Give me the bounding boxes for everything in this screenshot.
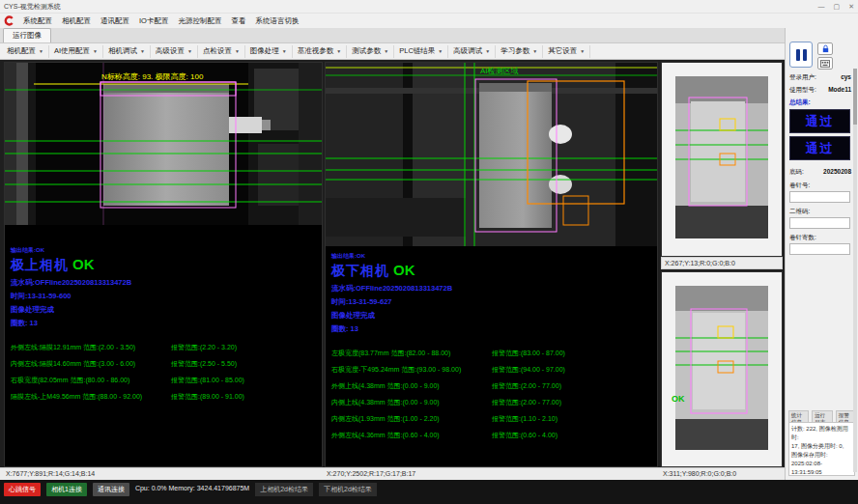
camera-name: 极上相机 [11, 257, 69, 272]
comm-link-badge: 通讯连接 [93, 483, 129, 496]
time-line: 时间:13-31-59-600 [11, 292, 318, 301]
tab-bar: 运行图像 [0, 28, 785, 43]
lock-icon [821, 44, 830, 53]
app-logo-icon [4, 15, 14, 26]
menu-item-system-config[interactable]: 系统配置 [18, 15, 57, 27]
chevron-down-icon: ▼ [580, 48, 585, 54]
count-line: 圈数: 13 [331, 324, 653, 334]
output-result-line: 输出结果:OK [11, 246, 318, 255]
titlebar: CYS-视觉检测系统 — ▢ ✕ [0, 0, 858, 14]
measurement-row: 右极宽度(82.05mm 范围:(80.00 - 86.00)报警范围:(81.… [11, 376, 318, 385]
menu-item-io-config[interactable]: IO卡配置 [134, 15, 173, 27]
toolbar-item-baseline-params[interactable]: 基准视参数▼ [293, 45, 347, 58]
pause-icon [796, 49, 807, 61]
height-overlay-text: N标称高度: 93. 极限高度: 100 [101, 72, 204, 81]
toolbar: 相机配置▼ AI使用配置▼ 相机调试▼ 高级设置▼ 点检设置▼ 图像处理▼ 基准… [0, 43, 785, 60]
toolbar-item-advanced-debug[interactable]: 高级调试▼ [448, 45, 496, 58]
menu-item-camera-config[interactable]: 相机配置 [57, 15, 96, 27]
minimize-button[interactable]: — [818, 3, 825, 11]
model-value: Mode11 [828, 86, 851, 95]
serial-line: 流水码:OFFline2025020813313472B [11, 278, 318, 288]
menu-item-language-switch[interactable]: 系统语言切换 [250, 15, 303, 27]
toolbar-item-advanced-settings[interactable]: 高级设置▼ [151, 45, 198, 58]
control-panel: 登录用户: cys 使用型号: Mode11 总结果: 通过 通过 底码: 20… [785, 28, 858, 480]
camera-link-badge: 相机1连接 [46, 483, 87, 496]
ok-status: OK [72, 256, 95, 272]
ok-status: OK [393, 262, 415, 278]
needle-number-label: 卷针号: [789, 182, 810, 190]
menu-item-comm-config[interactable]: 通讯配置 [96, 15, 134, 27]
measurement-row: 内侧左线:隔膜14.60mm 范围:(3.00 - 6.00)报警范围:(2.5… [11, 359, 318, 369]
login-user-label: 登录用户: [789, 73, 816, 82]
chevron-down-icon: ▼ [140, 48, 145, 54]
pause-button[interactable] [789, 42, 813, 68]
upper-camera-result-text: 上相机2d检结果 [255, 483, 313, 496]
serial-line: 流水码:OFFline2025020813313472B [331, 284, 653, 294]
cpu-memory-text: Cpu: 0.0% Memory: 3424.41796875M [135, 483, 249, 491]
lock-button[interactable] [817, 42, 833, 55]
toolbar-item-plc-link[interactable]: PLC链结果▼ [394, 45, 448, 58]
keyboard-button[interactable] [817, 57, 833, 70]
aux-bottom-coords: X:311;Y:980;R:0;G:0;B:0 [663, 470, 736, 477]
toolbar-item-learning-params[interactable]: 学习参数▼ [496, 45, 543, 58]
chevron-down-icon: ▼ [438, 48, 443, 54]
left-camera-coords: X:7677;Y:891;R:14;G:14;B:14 [6, 470, 95, 477]
chevron-down-icon: ▼ [93, 48, 98, 54]
chevron-down-icon: ▼ [187, 48, 192, 54]
middle-camera-image[interactable]: AI检测区域 [326, 63, 657, 246]
lower-camera-result-text: 下相机2d检结果 [319, 483, 377, 496]
measurement-row: 外侧左线:隔膜12.91mm 范围:(2.00 - 3.50)报警范围:(2.2… [11, 343, 318, 352]
camera-name: 极下相机 [331, 263, 389, 278]
measurement-row: 左极宽度(83.77mm 范围:(82.00 - 88.00)报警范围:(83.… [331, 349, 653, 358]
left-camera-image[interactable]: N标称高度: 93. 极限高度: 100 [5, 63, 322, 225]
aux-camera-top-image[interactable] [662, 63, 782, 256]
model-label: 使用型号: [789, 86, 816, 95]
aux-top-coords: X:267;Y:13;R:0;G:0;B:0 [661, 257, 783, 269]
middle-result-block: 输出结果:OK 极下相机OK 流水码:OFFline20250208133134… [331, 252, 653, 440]
chevron-down-icon: ▼ [282, 48, 287, 54]
left-result-block: 输出结果:OK 极上相机OK 流水码:OFFline20250208133134… [11, 246, 318, 402]
needle-count-label: 卷针寄数: [789, 234, 816, 242]
close-button[interactable]: ✕ [848, 3, 854, 11]
control-panel-scrollbar[interactable] [853, 69, 857, 472]
menu-item-light-config[interactable]: 光源控制配置 [173, 15, 226, 27]
count-line: 圈数: 13 [11, 319, 318, 328]
aux-camera-bottom-panel: OK [661, 271, 783, 467]
measurement-row: 外侧上线(4.38mm 范围:(0.00 - 9.00)报警范围:(2.00 -… [331, 381, 653, 391]
measurement-row: 内侧左线(1.93mm 范围:(1.00 - 2.20)报警范围:(1.10 -… [331, 414, 653, 424]
aux-camera-bottom-image[interactable]: OK [662, 272, 782, 466]
chevron-down-icon: ▼ [384, 48, 388, 54]
ai-region-label: AI检测区域 [480, 67, 519, 75]
qr-code-input[interactable] [789, 217, 850, 229]
maximize-button[interactable]: ▢ [834, 3, 841, 11]
needle-count-input[interactable] [789, 243, 850, 255]
toolbar-item-camera-debug[interactable]: 相机调试▼ [103, 45, 151, 58]
heartbeat-badge: 心跳信号 [4, 483, 41, 496]
needle-number-input[interactable] [789, 191, 850, 203]
window-title: CYS-视觉检测系统 [4, 2, 61, 12]
total-result-display-1: 通过 [789, 109, 850, 133]
chevron-down-icon: ▼ [39, 48, 43, 54]
toolbar-item-image-process[interactable]: 图像处理▼ [245, 45, 293, 58]
measurement-row: 右极宽度-下495.24mm 范围:(93.00 - 98.00)报警范围:(9… [331, 365, 653, 375]
chevron-down-icon: ▼ [235, 48, 240, 54]
toolbar-item-camera-config[interactable]: 相机配置▼ [2, 45, 49, 58]
qr-code-label: 二维码: [789, 208, 810, 216]
aux-ok-label: OK [672, 394, 685, 404]
menu-item-view[interactable]: 查看 [226, 15, 250, 27]
bottom-statusbar: 心跳信号 相机1连接 通讯连接 Cpu: 0.0% Memory: 3424.4… [0, 480, 858, 504]
toolbar-item-other-settings[interactable]: 其它设置▼ [543, 45, 590, 58]
process-line: 图像处理完成 [331, 311, 653, 321]
chevron-down-icon: ▼ [485, 48, 490, 54]
left-camera-panel: N标称高度: 93. 极限高度: 100 输出结果:OK 极上相机OK 流水码:… [4, 62, 323, 467]
chevron-down-icon: ▼ [532, 48, 537, 54]
toolbar-item-ai-config[interactable]: AI使用配置▼ [49, 45, 103, 58]
batch-code-label: 底码: [789, 168, 804, 177]
coordinate-statusbar: X:7677;Y:891;R:14;G:14;B:14 X:270;Y:2502… [0, 467, 785, 480]
toolbar-item-test-params[interactable]: 测试参数▼ [347, 45, 394, 58]
toolbar-item-spot-check[interactable]: 点检设置▼ [198, 45, 245, 58]
process-line: 图像处理完成 [11, 305, 318, 315]
stats-panel: 计数: 222, 图像检测用时: 17, 图像分类用时: 0, 图像保存用时: … [788, 422, 855, 476]
tab-run-image[interactable]: 运行图像 [3, 28, 51, 42]
total-result-label: 总结果: [789, 98, 811, 107]
